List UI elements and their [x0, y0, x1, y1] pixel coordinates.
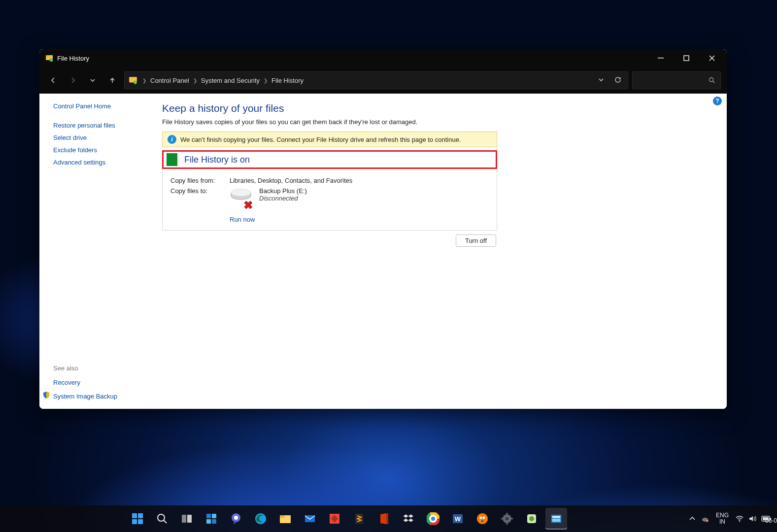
svg-rect-13: [138, 519, 143, 524]
svg-rect-3: [658, 58, 664, 58]
breadcrumb-item[interactable]: System and Security: [201, 77, 260, 84]
up-button[interactable]: [104, 72, 120, 88]
status-flag-icon: [167, 153, 177, 166]
sidebar-exclude-folders-link[interactable]: Exclude folders: [53, 146, 150, 154]
tray-onedrive-icon[interactable]: [701, 515, 709, 523]
address-history-dropdown[interactable]: [595, 74, 607, 86]
help-icon[interactable]: ?: [713, 97, 722, 105]
close-button[interactable]: [699, 49, 725, 67]
titlebar[interactable]: File History: [39, 49, 727, 67]
minimize-button[interactable]: [648, 49, 674, 67]
edge-button[interactable]: [250, 508, 271, 530]
svg-text:W: W: [455, 515, 461, 523]
svg-point-40: [483, 517, 485, 519]
app-chrome-button[interactable]: [422, 508, 444, 530]
drive-status: Disconnected: [259, 195, 307, 202]
status-box-highlighted: File History is on: [162, 150, 497, 169]
chevron-right-icon: ❯: [192, 78, 198, 83]
forward-button[interactable]: [65, 72, 81, 88]
info-icon: i: [168, 135, 176, 144]
chevron-right-icon: ❯: [141, 78, 147, 83]
app-dropbox-button[interactable]: [398, 508, 419, 530]
app-green-button[interactable]: [521, 508, 542, 530]
task-view-button[interactable]: [176, 508, 198, 530]
details-box: Copy files from: Libraries, Desktop, Con…: [162, 169, 497, 231]
svg-point-39: [480, 517, 482, 519]
sidebar-recovery-link[interactable]: Recovery: [53, 379, 150, 386]
shield-icon: [42, 391, 50, 401]
app-office-button[interactable]: [373, 508, 395, 530]
search-button[interactable]: [151, 508, 173, 530]
svg-point-38: [477, 513, 488, 524]
svg-rect-15: [182, 515, 186, 523]
svg-rect-25: [280, 515, 285, 518]
svg-rect-19: [206, 519, 211, 524]
svg-rect-52: [552, 519, 560, 522]
banner-text: We can't finish copying your files. Conn…: [180, 136, 461, 143]
address-icon: [129, 76, 137, 85]
search-box[interactable]: [632, 71, 721, 89]
svg-point-49: [529, 516, 534, 521]
page-title: Keep a history of your files: [162, 102, 714, 114]
control-panel-home-link[interactable]: Control Panel Home: [53, 102, 150, 110]
app-sublime-button[interactable]: [348, 508, 370, 530]
svg-point-22: [234, 516, 238, 520]
chat-button[interactable]: [225, 508, 247, 530]
svg-point-55: [739, 521, 740, 522]
chevron-right-icon: ❯: [263, 78, 269, 83]
app-active-button[interactable]: [545, 508, 567, 530]
svg-rect-26: [305, 515, 315, 522]
taskbar[interactable]: W ENG IN 06-0: [0, 505, 777, 532]
svg-point-9: [231, 189, 251, 196]
app-todoist-button[interactable]: [324, 508, 345, 530]
svg-rect-18: [212, 514, 216, 518]
main-content: Keep a history of your files File Histor…: [150, 94, 727, 409]
svg-rect-11: [138, 513, 143, 518]
status-title: File History is on: [184, 155, 250, 165]
address-bar[interactable]: ❯ Control Panel ❯ System and Security ❯ …: [124, 71, 628, 89]
see-also-label: See also: [53, 365, 150, 372]
svg-rect-29: [386, 513, 388, 524]
breadcrumb-item[interactable]: File History: [271, 77, 304, 84]
tray-chevron-up-icon[interactable]: [688, 515, 696, 523]
sidebar-advanced-settings-link[interactable]: Advanced settings: [53, 159, 150, 166]
page-subtitle: File History saves copies of your files …: [162, 118, 714, 126]
navigation-toolbar: ❯ Control Panel ❯ System and Security ❯ …: [39, 67, 727, 94]
language-indicator[interactable]: ENG IN: [716, 512, 729, 525]
turn-off-button[interactable]: Turn off: [456, 234, 496, 247]
start-button[interactable]: [127, 508, 148, 530]
widgets-button[interactable]: [201, 508, 222, 530]
taskbar-date-partial[interactable]: 06-0: [765, 517, 777, 524]
copy-to-label: Copy files to:: [170, 187, 230, 207]
svg-rect-16: [187, 515, 192, 523]
run-now-link[interactable]: Run now: [230, 216, 489, 223]
svg-point-14: [158, 514, 165, 521]
svg-rect-10: [132, 513, 137, 518]
svg-point-43: [506, 517, 508, 520]
back-button[interactable]: [45, 72, 61, 88]
breadcrumb-item[interactable]: Control Panel: [150, 77, 189, 84]
sidebar-restore-files-link[interactable]: Restore personal files: [53, 122, 150, 129]
wifi-icon[interactable]: [736, 515, 743, 523]
copy-from-value: Libraries, Desktop, Contacts, and Favori…: [230, 177, 352, 184]
svg-rect-20: [212, 519, 216, 524]
app-settings-button[interactable]: [496, 508, 518, 530]
drive-icon: ✖: [230, 187, 252, 207]
sidebar-system-image-backup-link[interactable]: System Image Backup: [53, 393, 117, 400]
file-explorer-button[interactable]: [274, 508, 296, 530]
file-history-window: File History ❯ Control Panel ❯ System an…: [39, 49, 727, 409]
sidebar-select-drive-link[interactable]: Select drive: [53, 134, 150, 141]
svg-point-7: [709, 78, 713, 82]
sidebar: Control Panel Home Restore personal file…: [39, 94, 150, 409]
copy-from-label: Copy files from:: [170, 177, 230, 184]
recent-dropdown[interactable]: [85, 72, 101, 88]
mail-button[interactable]: [299, 508, 321, 530]
search-icon: [709, 77, 715, 84]
maximize-button[interactable]: [674, 49, 699, 67]
refresh-button[interactable]: [612, 74, 624, 86]
volume-icon[interactable]: [748, 515, 756, 523]
app-orange-button[interactable]: [472, 508, 493, 530]
app-word-button[interactable]: W: [447, 508, 469, 530]
drive-name: Backup Plus (E:): [259, 187, 307, 195]
disconnected-x-icon: ✖: [243, 199, 254, 210]
